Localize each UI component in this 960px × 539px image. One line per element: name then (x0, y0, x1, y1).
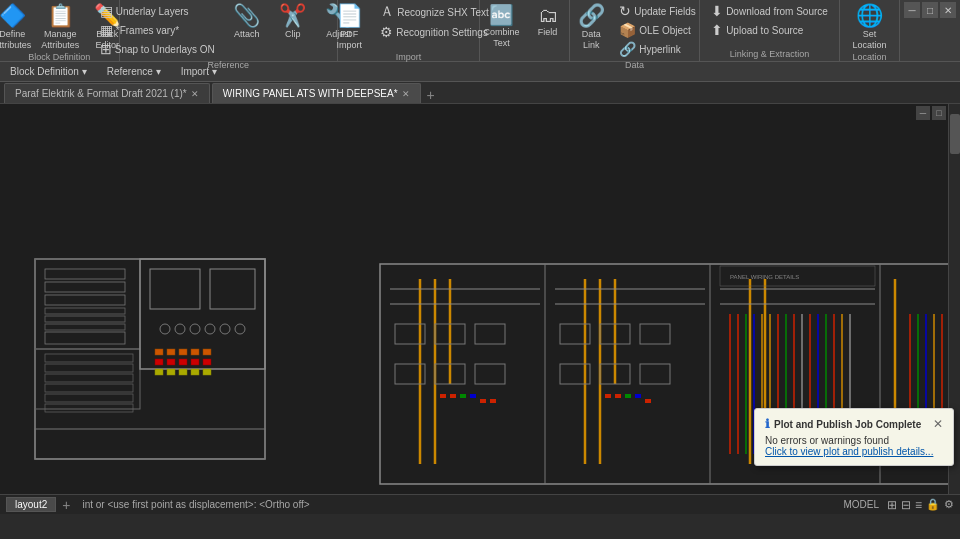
ole-object-button[interactable]: 📦 OLE Object (615, 21, 700, 39)
upload-source-button[interactable]: ⬆ Upload to Source (707, 21, 832, 39)
location-items: 🌐 SetLocation (848, 2, 892, 50)
reference-small-col: ▤ Underlay Layers ▦ *Frames vary* ⊞ Snap… (96, 2, 219, 58)
block-definition-bottom-btn[interactable]: Block Definition ▾ (4, 66, 93, 77)
svg-rect-59 (460, 394, 466, 398)
define-attributes-button[interactable]: 🔷 DefineAttributes (0, 2, 35, 50)
tab-elektrik-close[interactable]: ✕ (191, 89, 199, 99)
download-source-button[interactable]: ⬇ Download from Source (707, 2, 832, 20)
ole-label: OLE Object (639, 25, 691, 36)
svg-rect-35 (191, 359, 199, 365)
model-button[interactable]: MODEL (839, 499, 883, 510)
svg-rect-27 (155, 349, 163, 355)
upload-source-icon: ⬆ (711, 22, 723, 38)
reference-group: ▤ Underlay Layers ▦ *Frames vary* ⊞ Snap… (120, 0, 338, 61)
svg-rect-58 (450, 394, 456, 398)
svg-text:PANEL WIRING DETAILS: PANEL WIRING DETAILS (730, 274, 799, 280)
tab-wiring-close[interactable]: ✕ (402, 89, 410, 99)
svg-rect-31 (203, 349, 211, 355)
pdf-import-button[interactable]: 📄 PDFImport (324, 2, 374, 50)
recognize-shx-icon: Ａ (380, 3, 394, 21)
combine-group: 🔤 CombineText 🗂 Field (480, 0, 570, 61)
recognize-shx-label: Recognize SHX Text (397, 7, 489, 18)
reference-bottom-btn[interactable]: Reference ▾ (101, 66, 167, 77)
notification-close-button[interactable]: ✕ (933, 417, 943, 431)
recognition-settings-icon: ⚙ (380, 24, 393, 40)
field-button[interactable]: 🗂 Field (526, 2, 570, 50)
notification-title: ℹ Plot and Publish Job Complete (765, 417, 921, 431)
combine-text-button[interactable]: 🔤 CombineText (479, 2, 523, 50)
define-attributes-label: DefineAttributes (0, 29, 31, 51)
import-group: 📄 PDFImport Ａ Recognize SHX Text ⚙ Recog… (338, 0, 480, 61)
tabs-bar: Paraf Elektrik & Format Draft 2021 (1)* … (0, 82, 960, 104)
manage-attributes-icon: 📋 (47, 5, 74, 27)
linking-group: ⬇ Download from Source ⬆ Upload to Sourc… (700, 0, 840, 61)
grid-toggle[interactable]: ⊞ (887, 498, 897, 512)
tab-elektrik[interactable]: Paraf Elektrik & Format Draft 2021 (1)* … (4, 83, 210, 103)
add-layout-btn[interactable]: + (58, 497, 74, 513)
notification-message: No errors or warnings found (765, 435, 943, 446)
recognize-shx-button[interactable]: Ａ Recognize SHX Text (376, 2, 493, 22)
data-link-button[interactable]: 🔗 DataLink (569, 2, 613, 50)
drawing-maximize-btn[interactable]: □ (932, 106, 946, 120)
data-small-col: ↻ Update Fields 📦 OLE Object 🔗 Hyperlink (615, 2, 700, 58)
import-items: 📄 PDFImport Ａ Recognize SHX Text ⚙ Recog… (324, 2, 493, 50)
attach-button[interactable]: 📎 Attach (225, 2, 269, 50)
ribbon-bottom-bar: Block Definition ▾ Reference ▾ Import ▾ (0, 62, 960, 82)
notification-link[interactable]: Click to view plot and publish details..… (765, 446, 943, 457)
field-label: Field (538, 27, 558, 38)
linking-small-col: ⬇ Download from Source ⬆ Upload to Sourc… (707, 2, 832, 39)
underlay-layers-button[interactable]: ▤ Underlay Layers (96, 2, 219, 20)
tab-elektrik-label: Paraf Elektrik & Format Draft 2021 (1)* (15, 88, 187, 99)
layout2-tab[interactable]: layout2 (6, 497, 56, 512)
scroll-thumb[interactable] (950, 114, 960, 154)
ortho-toggle[interactable]: ≡ (915, 498, 922, 512)
drawing-minimize-btn[interactable]: ─ (916, 106, 930, 120)
update-fields-label: Update Fields (634, 6, 696, 17)
snap-icon: ⊞ (100, 41, 112, 57)
snap-to-underlays-button[interactable]: ⊞ Snap to Underlays ON (96, 40, 219, 58)
info-icon: ℹ (765, 417, 770, 431)
tab-add-button[interactable]: + (423, 87, 439, 103)
underlay-layers-icon: ▤ (100, 3, 113, 19)
snap-toggle[interactable]: ⊟ (901, 498, 911, 512)
underlay-layers-label: Underlay Layers (116, 6, 189, 17)
notification-header: ℹ Plot and Publish Job Complete ✕ (765, 417, 943, 431)
location-group: 🌐 SetLocation Location (840, 0, 900, 61)
frames-vary-button[interactable]: ▦ *Frames vary* (96, 21, 219, 39)
set-location-label: SetLocation (852, 29, 886, 51)
data-items: 🔗 DataLink ↻ Update Fields 📦 OLE Object … (569, 2, 700, 58)
window-maximize-button[interactable]: □ (922, 2, 938, 18)
settings-icon[interactable]: ⚙ (944, 498, 954, 511)
update-fields-button[interactable]: ↻ Update Fields (615, 2, 700, 20)
attach-icon: 📎 (233, 5, 260, 27)
hyperlink-icon: 🔗 (619, 41, 636, 57)
manage-attributes-label: ManageAttributes (41, 29, 79, 51)
layout2-label: layout2 (15, 499, 47, 510)
hyperlink-label: Hyperlink (639, 44, 681, 55)
recognition-settings-label: Recognition Settings (396, 27, 488, 38)
clip-icon: ✂️ (279, 5, 306, 27)
hyperlink-button[interactable]: 🔗 Hyperlink (615, 40, 700, 58)
data-link-label: DataLink (582, 29, 601, 51)
set-location-button[interactable]: 🌐 SetLocation (848, 2, 892, 50)
recognition-settings-button[interactable]: ⚙ Recognition Settings (376, 23, 493, 41)
block-def-bottom-label: Block Definition ▾ (10, 66, 87, 77)
lock-icon[interactable]: 🔒 (926, 498, 940, 511)
svg-rect-40 (191, 369, 199, 375)
clip-button[interactable]: ✂️ Clip (271, 2, 315, 50)
ole-icon: 📦 (619, 22, 636, 38)
tab-wiring-label: WIRING PANEL ATS WITH DEEPSEA* (223, 88, 398, 99)
download-source-icon: ⬇ (711, 3, 723, 19)
manage-attributes-button[interactable]: 📋 ManageAttributes (37, 2, 83, 50)
svg-rect-38 (167, 369, 175, 375)
svg-rect-75 (615, 394, 621, 398)
import-bottom-btn[interactable]: Import ▾ (175, 66, 223, 77)
window-close-button[interactable]: ✕ (940, 2, 956, 18)
snap-label: Snap to Underlays ON (115, 44, 215, 55)
tab-wiring[interactable]: WIRING PANEL ATS WITH DEEPSEA* ✕ (212, 83, 421, 103)
field-icon: 🗂 (538, 5, 558, 25)
pdf-import-label: PDFImport (336, 29, 362, 51)
linking-items: ⬇ Download from Source ⬆ Upload to Sourc… (707, 2, 832, 47)
window-minimize-button[interactable]: ─ (904, 2, 920, 18)
download-source-label: Download from Source (726, 6, 828, 17)
